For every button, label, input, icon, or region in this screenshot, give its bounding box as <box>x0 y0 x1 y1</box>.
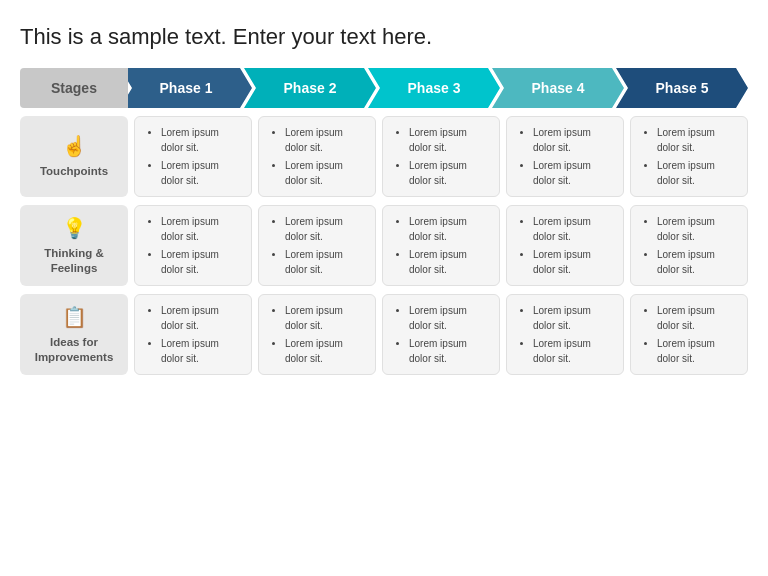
thinking-cell-4: Lorem ipsum dolor sit. Lorem ipsum dolor… <box>506 205 624 286</box>
ideas-cells: Lorem ipsum dolor sit. Lorem ipsum dolor… <box>134 294 748 375</box>
touchpoints-cell-1: Lorem ipsum dolor sit. Lorem ipsum dolor… <box>134 116 252 197</box>
touchpoints-cell-5: Lorem ipsum dolor sit. Lorem ipsum dolor… <box>630 116 748 197</box>
touchpoints-cell-3: Lorem ipsum dolor sit. Lorem ipsum dolor… <box>382 116 500 197</box>
ideas-cell-4: Lorem ipsum dolor sit. Lorem ipsum dolor… <box>506 294 624 375</box>
touchpoints-row: ☝ Touchpoints Lorem ipsum dolor sit. Lor… <box>20 116 748 197</box>
thinking-icon: 💡 <box>62 216 87 240</box>
phase-1-header: Phase 1 <box>120 68 252 108</box>
header-row: Stages Phase 1 Phase 2 Phase 3 Phase 4 P… <box>20 68 748 108</box>
phase-5-header: Phase 5 <box>616 68 748 108</box>
touchpoints-icon: ☝ <box>62 134 87 158</box>
thinking-feelings-row: 💡 Thinking &Feelings Lorem ipsum dolor s… <box>20 205 748 286</box>
ideas-icon: 📋 <box>62 305 87 329</box>
thinking-feelings-label: 💡 Thinking &Feelings <box>20 205 128 286</box>
thinking-cell-2: Lorem ipsum dolor sit. Lorem ipsum dolor… <box>258 205 376 286</box>
phase-2-header: Phase 2 <box>244 68 376 108</box>
ideas-cell-5: Lorem ipsum dolor sit. Lorem ipsum dolor… <box>630 294 748 375</box>
thinking-cell-5: Lorem ipsum dolor sit. Lorem ipsum dolor… <box>630 205 748 286</box>
phase-4-header: Phase 4 <box>492 68 624 108</box>
thinking-cells: Lorem ipsum dolor sit. Lorem ipsum dolor… <box>134 205 748 286</box>
ideas-cell-2: Lorem ipsum dolor sit. Lorem ipsum dolor… <box>258 294 376 375</box>
phase-3-header: Phase 3 <box>368 68 500 108</box>
touchpoints-cell-2: Lorem ipsum dolor sit. Lorem ipsum dolor… <box>258 116 376 197</box>
touchpoints-label: ☝ Touchpoints <box>20 116 128 197</box>
ideas-cell-1: Lorem ipsum dolor sit. Lorem ipsum dolor… <box>134 294 252 375</box>
touchpoints-cells: Lorem ipsum dolor sit. Lorem ipsum dolor… <box>134 116 748 197</box>
stages-label: Stages <box>20 68 128 108</box>
ideas-label: 📋 Ideas forImprovements <box>20 294 128 375</box>
journey-map-table: Stages Phase 1 Phase 2 Phase 3 Phase 4 P… <box>20 68 748 375</box>
thinking-cell-3: Lorem ipsum dolor sit. Lorem ipsum dolor… <box>382 205 500 286</box>
ideas-row: 📋 Ideas forImprovements Lorem ipsum dolo… <box>20 294 748 375</box>
thinking-cell-1: Lorem ipsum dolor sit. Lorem ipsum dolor… <box>134 205 252 286</box>
ideas-cell-3: Lorem ipsum dolor sit. Lorem ipsum dolor… <box>382 294 500 375</box>
touchpoints-cell-4: Lorem ipsum dolor sit. Lorem ipsum dolor… <box>506 116 624 197</box>
page-title: This is a sample text. Enter your text h… <box>20 24 748 50</box>
